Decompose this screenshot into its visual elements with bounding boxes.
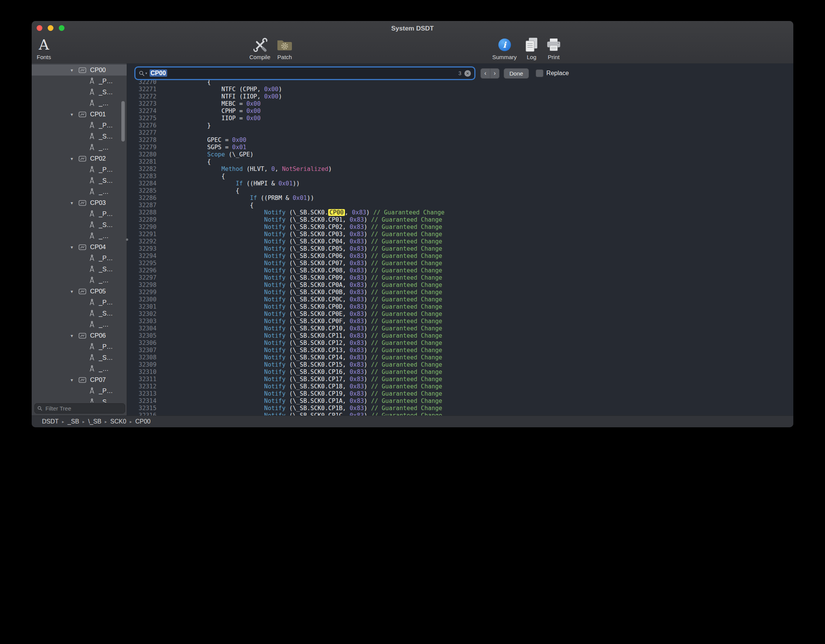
- tree-item-cp02[interactable]: ▼CP02: [32, 153, 127, 164]
- sidebar-tree: ▼CP00_P…_S…_…▼CP01_P…_S…_…▼CP02_P…_S…_…▼…: [32, 64, 127, 402]
- disclosure-triangle-icon[interactable]: ▼: [70, 68, 76, 72]
- tree-item[interactable]: _S…: [32, 131, 127, 142]
- tree-item[interactable]: _…: [32, 363, 127, 374]
- breadcrumb-separator-icon: ▸: [105, 419, 107, 424]
- toolbar-print-button[interactable]: Print: [533, 36, 575, 60]
- tree-item[interactable]: _P…: [32, 297, 127, 308]
- search-icon: [37, 406, 42, 411]
- tree-item[interactable]: _P…: [32, 253, 127, 264]
- disclosure-triangle-icon[interactable]: ▼: [70, 112, 76, 117]
- tree-item-cp00[interactable]: ▼CP00: [32, 64, 127, 76]
- tree-item[interactable]: _…: [32, 319, 127, 330]
- code-line: 32310 Notify (\_SB.SCK0.CP16, 0x83) // G…: [127, 369, 445, 376]
- tree-item[interactable]: _S…: [32, 87, 127, 98]
- disclosure-triangle-icon[interactable]: ▼: [70, 201, 76, 205]
- close-window-button[interactable]: [37, 25, 42, 31]
- tree-item[interactable]: _…: [32, 275, 127, 286]
- code-line: 32289 Notify (\_SB.SCK0.CP01, 0x83) // G…: [127, 216, 445, 224]
- tree-item-label: CP02: [90, 155, 106, 162]
- tree-item-cp06[interactable]: ▼CP06: [32, 330, 127, 341]
- method-icon: [89, 277, 95, 284]
- toolbar-fonts-button[interactable]: A Fonts: [32, 36, 65, 60]
- tree-item[interactable]: _P…: [32, 120, 127, 131]
- search-menu-arrow-icon[interactable]: ▾: [145, 71, 147, 75]
- tree-item[interactable]: _S…: [32, 175, 127, 186]
- disclosure-triangle-icon[interactable]: ▼: [70, 245, 76, 250]
- sidebar: ▼CP00_P…_S…_…▼CP01_P…_S…_…▼CP02_P…_S…_…▼…: [32, 63, 127, 415]
- code-line: 32277: [127, 129, 445, 137]
- line-number: 32291: [127, 231, 156, 238]
- tree-item-label: CP04: [90, 243, 106, 251]
- code-editor[interactable]: 32270 {32271 NTFC (CPHP, 0x00)32272 NTFI…: [127, 63, 793, 415]
- find-previous-button[interactable]: ‹: [480, 68, 490, 79]
- tree-item[interactable]: _S…: [32, 308, 127, 319]
- zoom-window-button[interactable]: [59, 25, 64, 31]
- tree-item-cp03[interactable]: ▼CP03: [32, 197, 127, 208]
- method-icon: [89, 299, 95, 306]
- code-line: 32303 Notify (\_SB.SCK0.CP0F, 0x83) // G…: [127, 318, 445, 325]
- replace-checkbox[interactable]: [536, 69, 543, 77]
- toolbar-patch-button[interactable]: Patch: [264, 36, 306, 60]
- filter-tree-field[interactable]: [34, 403, 125, 414]
- tree-item[interactable]: _…: [32, 230, 127, 242]
- disclosure-triangle-icon[interactable]: ▼: [70, 333, 76, 338]
- tree-item[interactable]: _P…: [32, 76, 127, 87]
- breadcrumb-item-dsdt[interactable]: DSDT: [42, 418, 59, 425]
- breadcrumb-item-sb[interactable]: _SB: [68, 418, 79, 425]
- filter-tree-input[interactable]: [45, 405, 122, 412]
- tree-item-label: _P…: [99, 77, 113, 85]
- tree-item-label: _P…: [99, 210, 113, 217]
- line-number: 32303: [127, 318, 156, 325]
- breadcrumb-separator-icon: ▸: [130, 419, 132, 424]
- tree-item[interactable]: _S…: [32, 219, 127, 230]
- tree-item-label: _S…: [99, 310, 113, 317]
- breadcrumb-item-sck0[interactable]: SCK0: [110, 418, 126, 425]
- tree-item-cp07[interactable]: ▼CP07: [32, 374, 127, 385]
- tree-item[interactable]: _S…: [32, 264, 127, 275]
- line-number: 32305: [127, 332, 156, 340]
- tree-item[interactable]: _S…: [32, 352, 127, 363]
- line-number: 32283: [127, 173, 156, 180]
- breadcrumb-item-cp00[interactable]: CP00: [135, 418, 150, 425]
- patch-folder-gear-icon: [276, 38, 293, 52]
- tree-item-cp04[interactable]: ▼CP04: [32, 242, 127, 253]
- find-next-button[interactable]: ›: [490, 68, 500, 79]
- disclosure-triangle-icon[interactable]: ▼: [70, 378, 76, 382]
- tree-item-label: _S…: [99, 398, 113, 402]
- tree-item[interactable]: _…: [32, 98, 127, 109]
- tree-item[interactable]: _P…: [32, 164, 127, 175]
- search-icon: [139, 71, 145, 76]
- find-search-field[interactable]: ▾ CP00 3 ✕: [135, 68, 474, 79]
- tree-item[interactable]: _P…: [32, 385, 127, 396]
- tree-item-label: _P…: [99, 343, 113, 350]
- done-button[interactable]: Done: [504, 68, 529, 79]
- method-icon: [89, 266, 95, 273]
- code-line: 32285 {: [127, 187, 445, 195]
- minimize-window-button[interactable]: [48, 25, 53, 31]
- method-icon: [89, 122, 95, 129]
- tree-item[interactable]: _S…: [32, 396, 127, 402]
- splitter-handle[interactable]: [126, 238, 128, 241]
- line-number: 32302: [127, 311, 156, 318]
- tree-item-label: _…: [99, 277, 109, 284]
- tree-item[interactable]: _…: [32, 186, 127, 197]
- disclosure-triangle-icon[interactable]: ▼: [70, 289, 76, 294]
- disclosure-triangle-icon[interactable]: ▼: [70, 156, 76, 161]
- code-line: 32296 Notify (\_SB.SCK0.CP08, 0x83) // G…: [127, 267, 445, 274]
- method-icon: [89, 144, 95, 151]
- code-line: 32274 CPHP = 0x00: [127, 108, 445, 115]
- code-line: 32298 Notify (\_SB.SCK0.CP0A, 0x83) // G…: [127, 282, 445, 289]
- tree-item[interactable]: _P…: [32, 341, 127, 352]
- tree-item-cp05[interactable]: ▼CP05: [32, 286, 127, 297]
- method-icon: [89, 89, 95, 96]
- clear-search-button[interactable]: ✕: [464, 70, 471, 77]
- tree-item-cp01[interactable]: ▼CP01: [32, 109, 127, 120]
- breadcrumb-item-sb[interactable]: \_SB: [88, 418, 102, 425]
- sidebar-scrollbar-thumb[interactable]: [121, 101, 125, 142]
- tree-item[interactable]: _P…: [32, 208, 127, 219]
- line-number: 32295: [127, 260, 156, 267]
- line-number: 32299: [127, 289, 156, 296]
- line-number: 32281: [127, 158, 156, 166]
- tree-item[interactable]: _…: [32, 142, 127, 153]
- tree-item-label: _…: [99, 321, 109, 328]
